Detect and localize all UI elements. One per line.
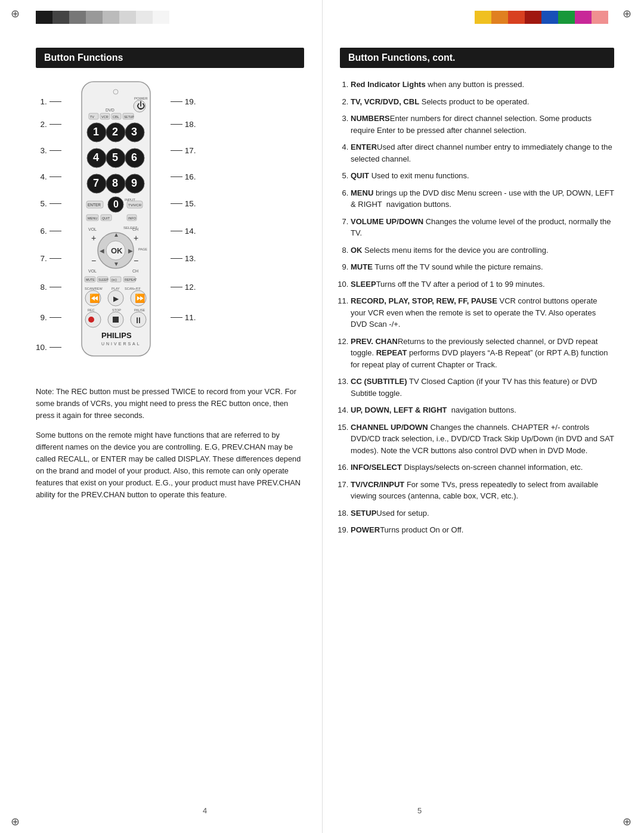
color-block	[541, 11, 558, 24]
svg-text:PAUSE: PAUSE	[134, 308, 145, 312]
svg-text:▲: ▲	[113, 231, 119, 238]
svg-text:8: 8	[112, 177, 118, 189]
corner-mark-bl: ⊕	[11, 815, 21, 826]
svg-text:0: 0	[113, 199, 119, 209]
label-16: 16.	[171, 163, 196, 190]
function-item-1: Red Indicator Lights when any button is …	[351, 79, 614, 91]
svg-text:4: 4	[93, 151, 99, 163]
label-1: 1.	[41, 92, 61, 111]
color-block	[525, 11, 541, 24]
svg-text:INFO: INFO	[128, 216, 137, 220]
label-5: 5.	[41, 190, 61, 217]
svg-text:REC: REC	[88, 308, 95, 312]
svg-text:PLAY: PLAY	[112, 287, 120, 290]
function-item-9: MUTE Turns off the TV sound while the pi…	[351, 261, 614, 273]
svg-text:2: 2	[112, 126, 118, 138]
left-column: Button Functions 1. 2. 3. 4.	[0, 36, 322, 553]
note-2: Some buttons on the remote might have fu…	[36, 429, 304, 500]
svg-text:CH: CH	[132, 269, 138, 273]
svg-text:5: 5	[112, 151, 118, 163]
svg-text:PHILIPS: PHILIPS	[101, 331, 132, 340]
label-12: 12.	[171, 272, 196, 301]
svg-text:▶: ▶	[113, 295, 119, 303]
remote-area: 1. 2. 3. 4. 5.	[36, 79, 304, 373]
right-number-labels: 19. 18. 17. 16. 15.	[171, 79, 196, 334]
svg-text:3: 3	[131, 126, 137, 138]
label-2: 2.	[41, 111, 61, 137]
svg-text:VOL: VOL	[88, 269, 97, 273]
label-8: 8.	[41, 272, 61, 301]
function-item-17: TV/VCR/INPUT For some TVs, press repeate…	[351, 479, 614, 502]
color-block	[592, 11, 608, 24]
note-1: Note: The REC button must be pressed TWI…	[36, 386, 304, 421]
color-block	[153, 11, 169, 24]
corner-mark-tl: ⊕	[11, 7, 21, 18]
svg-text:VOL: VOL	[88, 227, 97, 231]
function-item-18: SETUPUsed for setup.	[351, 507, 614, 519]
function-item-3: NUMBERSEnter numbers for direct channel …	[351, 113, 614, 136]
right-column: Button Functions, cont. Red Indicator Li…	[322, 36, 644, 553]
label-4: 4.	[41, 163, 61, 190]
function-item-8: OK Selects menu items for the device you…	[351, 244, 614, 256]
svg-text:7: 7	[93, 177, 99, 189]
svg-text:QUIT: QUIT	[102, 216, 110, 220]
label-17: 17.	[171, 137, 196, 163]
svg-text:+: +	[91, 233, 96, 243]
svg-text:VCR: VCR	[101, 115, 109, 119]
svg-text:DVD: DVD	[106, 108, 114, 112]
function-item-7: VOLUME UP/DOWN Changes the volume level …	[351, 216, 614, 239]
remote-control-image: POWER ⏻ DVD TV VCR CBL SETUP	[64, 79, 168, 373]
color-block	[69, 11, 86, 24]
svg-text:−: −	[134, 256, 138, 265]
svg-text:SLEEP: SLEEP	[98, 278, 109, 281]
label-9: 9.	[41, 301, 61, 334]
page-number-left: 4	[203, 806, 207, 815]
label-15: 15.	[171, 190, 196, 217]
right-section-header: Button Functions, cont.	[340, 48, 614, 68]
function-item-19: POWERTurns product On or Off.	[351, 524, 614, 536]
top-color-bar-right	[475, 11, 608, 24]
svg-text:PAGE: PAGE	[138, 247, 147, 251]
color-block	[119, 11, 136, 24]
svg-text:SCAN/REW: SCAN/REW	[85, 287, 103, 290]
svg-text:ENTER: ENTER	[88, 203, 101, 207]
svg-text:TV: TV	[90, 115, 94, 119]
svg-text:OK: OK	[111, 246, 123, 255]
color-block	[575, 11, 592, 24]
svg-rect-85	[113, 317, 119, 323]
color-block	[475, 11, 491, 24]
function-item-15: CHANNEL UP/DOWN Changes the channels. CH…	[351, 422, 614, 457]
svg-text:−: −	[91, 256, 96, 265]
function-item-10: SLEEPTurns off the TV after a period of …	[351, 278, 614, 290]
label-3: 3.	[41, 137, 61, 163]
svg-text:TV/VCR: TV/VCR	[128, 203, 142, 207]
color-block	[86, 11, 103, 24]
label-19: 19.	[171, 92, 196, 111]
page-layout: Button Functions 1. 2. 3. 4.	[0, 36, 644, 553]
color-block	[103, 11, 119, 24]
svg-text:⏪: ⏪	[89, 293, 100, 304]
svg-text:(cc): (cc)	[112, 278, 117, 281]
top-color-bar-left	[36, 11, 169, 24]
function-item-12: PREV. CHANReturns to the previously sele…	[351, 336, 614, 371]
color-block	[491, 11, 508, 24]
function-item-6: MENU brings up the DVD disc Menu screen …	[351, 187, 614, 210]
functions-list: Red Indicator Lights when any button is …	[340, 79, 614, 536]
function-item-4: ENTERUsed after direct channel number en…	[351, 141, 614, 165]
svg-text:CH: CH	[132, 227, 138, 231]
svg-point-83	[88, 317, 94, 323]
svg-text:6: 6	[131, 151, 137, 163]
color-block	[508, 11, 525, 24]
svg-text:CBL: CBL	[113, 115, 119, 119]
function-item-2: TV, VCR/DVD, CBL Selects product to be o…	[351, 96, 614, 108]
left-section-header: Button Functions	[36, 48, 304, 68]
svg-text:9: 9	[131, 177, 137, 189]
svg-text:SCAN+/FF: SCAN+/FF	[125, 287, 141, 290]
svg-text:STOP: STOP	[112, 308, 121, 312]
svg-text:REPEAT: REPEAT	[125, 278, 137, 281]
svg-text:MENU: MENU	[88, 216, 97, 220]
function-item-14: UP, DOWN, LEFT & RIGHT navigation button…	[351, 404, 614, 416]
label-6: 6.	[41, 217, 61, 244]
remote-svg: POWER ⏻ DVD TV VCR CBL SETUP	[64, 79, 168, 371]
label-11: 11.	[171, 301, 196, 334]
